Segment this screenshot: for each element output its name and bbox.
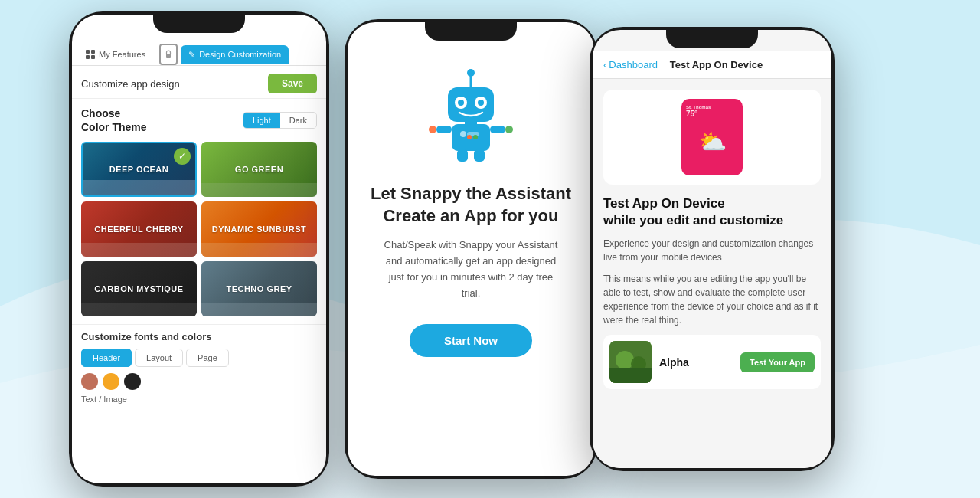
right-topbar: ‹ Dashboard Test App On Device [593, 51, 831, 79]
fonts-tab-layout[interactable]: Layout [135, 349, 183, 367]
my-features-label: My Features [99, 50, 145, 59]
left-phone: My Features ✎ Design Customization Custo… [69, 11, 329, 487]
save-button[interactable]: Save [268, 74, 317, 93]
swatch-1[interactable] [81, 373, 98, 390]
theme-go-green-name: GO GREEN [235, 165, 283, 174]
right-topbar-title: Test App On Device [670, 59, 763, 70]
theme-dynamic-sunburst-name: DYNAMIC SUNBURST [212, 224, 307, 234]
alpha-thumbnail [609, 341, 652, 383]
theme-carbon-mystique-name: CARBON MYSTIQUE [94, 284, 183, 293]
fonts-tab-header[interactable]: Header [81, 349, 132, 367]
sun-cloud-icon: ⛅ [698, 128, 727, 155]
grid-icon [86, 50, 95, 59]
test-app-button[interactable]: Test Your App [740, 352, 815, 372]
svg-rect-14 [490, 126, 505, 133]
svg-point-8 [478, 100, 484, 106]
light-toggle[interactable]: Light [243, 113, 280, 128]
svg-point-20 [473, 135, 478, 139]
robot-illustration [417, 61, 524, 168]
tab-design-customization[interactable]: ✎ Design Customization [181, 45, 289, 64]
left-phone-notch [153, 11, 245, 33]
fonts-section: Customize fonts and colors Header Layout… [72, 324, 326, 410]
svg-rect-13 [436, 126, 452, 133]
assistant-title: Let Snappy the AssistantCreate an App fo… [371, 183, 571, 227]
svg-point-19 [467, 135, 472, 139]
scene: My Features ✎ Design Customization Custo… [0, 0, 980, 498]
fonts-tab-page[interactable]: Page [186, 349, 229, 367]
theme-grid: ✓ DEEP OCEAN GO GREEN CHEERFUL CHERRY [81, 142, 317, 316]
right-phone-notch [666, 27, 758, 48]
color-theme-title: ChooseColor Theme [81, 106, 147, 134]
svg-point-18 [505, 126, 513, 133]
back-chevron: ‹ [603, 59, 606, 70]
customize-title: Customize app design [81, 78, 180, 90]
design-customization-label: Design Customization [199, 50, 281, 59]
right-heading: Test App On Devicewhile you edit and cus… [603, 195, 821, 229]
right-phone: ‹ Dashboard Test App On Device St. Thoma… [590, 27, 835, 471]
svg-rect-1 [166, 54, 171, 58]
svg-point-15 [460, 131, 466, 137]
center-content: Let Snappy the AssistantCreate an App fo… [348, 22, 594, 476]
selected-check: ✓ [174, 148, 191, 165]
start-now-button[interactable]: Start Now [410, 324, 532, 357]
svg-rect-12 [474, 149, 485, 162]
svg-point-7 [458, 100, 464, 106]
svg-rect-24 [609, 368, 652, 383]
assistant-title-text: Let Snappy the AssistantCreate an App fo… [371, 184, 571, 225]
theme-carbon-mystique[interactable]: CARBON MYSTIQUE [81, 261, 197, 316]
text-image-label: Text / Image [81, 395, 317, 404]
right-para-1: Experience your design and customization… [603, 237, 821, 264]
back-label: Dashboard [609, 59, 658, 70]
swatch-2[interactable] [103, 373, 119, 390]
theme-deep-ocean-name: DEEP OCEAN [109, 165, 169, 174]
color-theme-section: ChooseColor Theme Light Dark ✓ DEEP OCEA… [72, 99, 326, 324]
lock-icon [159, 44, 178, 65]
center-phone: Let Snappy the AssistantCreate an App fo… [345, 19, 597, 479]
theme-techno-grey-name: TECHNO GREY [226, 284, 292, 293]
mini-phone: St. Thomas 75° ⛅ [681, 99, 743, 175]
swatch-3[interactable] [124, 373, 141, 390]
theme-go-green[interactable]: GO GREEN [201, 142, 317, 197]
svg-rect-10 [465, 120, 477, 126]
svg-rect-11 [457, 149, 468, 162]
theme-deep-ocean[interactable]: ✓ DEEP OCEAN [81, 142, 197, 197]
fonts-title: Customize fonts and colors [81, 331, 317, 342]
color-swatches [81, 373, 317, 390]
mini-temp: St. Thomas 75° [686, 105, 710, 118]
right-para-2: This means while you are editing the app… [603, 272, 821, 327]
fonts-tabs: Header Layout Page [81, 349, 317, 367]
pencil-icon: ✎ [188, 50, 195, 60]
dark-toggle[interactable]: Dark [280, 113, 316, 128]
tab-bar: My Features ✎ Design Customization [72, 38, 326, 66]
theme-toggle: Light Dark [243, 112, 317, 129]
svg-point-3 [467, 69, 475, 77]
tab-my-features[interactable]: My Features [78, 45, 153, 64]
section-header: ChooseColor Theme Light Dark [81, 106, 317, 134]
theme-dynamic-sunburst[interactable]: DYNAMIC SUNBURST [201, 201, 317, 257]
theme-techno-grey[interactable]: TECHNO GREY [201, 261, 317, 316]
alpha-info: Alpha [659, 356, 733, 369]
device-preview: St. Thomas 75° ⛅ [603, 90, 821, 185]
svg-point-22 [616, 351, 634, 369]
back-link[interactable]: ‹ Dashboard [603, 59, 658, 70]
assistant-description: Chat/Speak with Snappy your Assistant an… [379, 238, 563, 301]
center-phone-notch [425, 19, 517, 41]
customize-header: Customize app design Save [72, 66, 326, 99]
theme-cheerful-cherry[interactable]: CHEERFUL CHERRY [81, 201, 197, 257]
right-body: St. Thomas 75° ⛅ Test App On Devicewhile… [593, 79, 831, 468]
alpha-card: Alpha Test Your App [603, 335, 821, 389]
alpha-name: Alpha [659, 356, 733, 369]
right-content: ‹ Dashboard Test App On Device St. Thoma… [593, 30, 831, 468]
theme-cheerful-cherry-name: CHEERFUL CHERRY [94, 224, 183, 234]
svg-point-17 [429, 126, 436, 133]
